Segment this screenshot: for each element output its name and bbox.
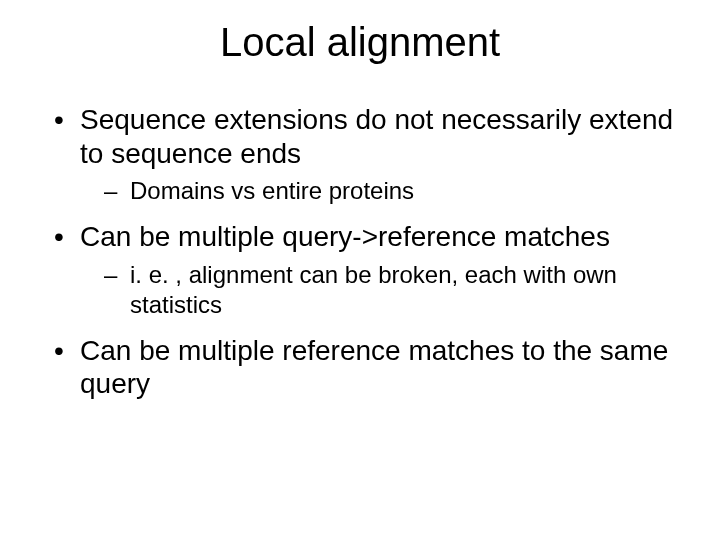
list-item: Can be multiple query->reference matches… <box>54 220 680 320</box>
slide-title: Local alignment <box>0 20 720 65</box>
sub-bullet-text: i. e. , alignment can be broken, each wi… <box>130 261 617 318</box>
bullet-text: Sequence extensions do not necessarily e… <box>80 104 673 169</box>
sub-bullet-text: Domains vs entire proteins <box>130 177 414 204</box>
sub-list: Domains vs entire proteins <box>80 176 680 206</box>
list-item: Sequence extensions do not necessarily e… <box>54 103 680 206</box>
list-item: Domains vs entire proteins <box>80 176 680 206</box>
bullet-text: Can be multiple reference matches to the… <box>80 335 668 400</box>
list-item: i. e. , alignment can be broken, each wi… <box>80 260 680 320</box>
bullet-text: Can be multiple query->reference matches <box>80 221 610 252</box>
sub-list: i. e. , alignment can be broken, each wi… <box>80 260 680 320</box>
slide: Local alignment Sequence extensions do n… <box>0 20 720 540</box>
list-item: Can be multiple reference matches to the… <box>54 334 680 401</box>
bullet-list: Sequence extensions do not necessarily e… <box>54 103 680 401</box>
slide-content: Sequence extensions do not necessarily e… <box>0 103 720 401</box>
